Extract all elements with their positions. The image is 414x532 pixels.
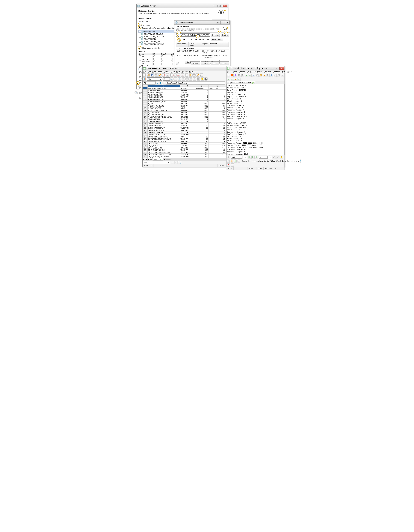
- bookmark-icon[interactable]: [270, 74, 273, 77]
- saveall-icon[interactable]: [238, 74, 241, 77]
- history-icon[interactable]: [231, 163, 234, 167]
- find-input[interactable]: [231, 156, 242, 159]
- equals-icon[interactable]: =: [163, 81, 166, 85]
- help-icon[interactable]: ?: [176, 62, 179, 65]
- save-icon[interactable]: [151, 74, 154, 76]
- finish-button[interactable]: Finish: [211, 61, 219, 65]
- menu-search[interactable]: Search: [239, 71, 245, 73]
- maximize-button[interactable]: ▢: [218, 5, 222, 7]
- table-item[interactable]: SCOTT.CARS_ORACLE: [138, 33, 174, 35]
- close-button[interactable]: ✕: [223, 5, 227, 7]
- x4-icon[interactable]: [238, 160, 240, 163]
- line-toggle[interactable]: Line: [287, 160, 292, 162]
- spell-icon[interactable]: ABC: [173, 74, 177, 76]
- abc-icon[interactable]: ABC✓: [177, 74, 180, 76]
- copy-icon[interactable]: [185, 74, 188, 76]
- files-toggle[interactable]: Files: [270, 160, 275, 162]
- paste-icon[interactable]: [189, 74, 192, 76]
- menu-insert[interactable]: Insert: [158, 71, 162, 73]
- menu-help[interactable]: Help: [288, 71, 292, 73]
- save-icon[interactable]: [234, 74, 237, 77]
- tab-close-icon[interactable]: ×: [252, 82, 254, 84]
- last-sheet-icon[interactable]: ⏭: [150, 158, 153, 161]
- currency-icon[interactable]: [201, 77, 204, 81]
- help-icon-outer[interactable]: ?: [135, 91, 138, 95]
- cancel-button[interactable]: Cancel: [220, 61, 229, 65]
- adapt-toggle[interactable]: Adapt: [258, 160, 263, 162]
- nav-back-icon[interactable]: ◀: [227, 77, 230, 81]
- dot-toggle[interactable]: Dot: [248, 160, 251, 162]
- x3-icon[interactable]: [234, 160, 237, 163]
- nav-home-icon[interactable]: ●: [234, 77, 237, 81]
- status-more[interactable]: ...: [278, 167, 284, 170]
- linenum-icon[interactable]: [277, 74, 280, 77]
- edit-icon[interactable]: [263, 74, 266, 77]
- table-item[interactable]: SCOTT.CARS: [138, 30, 174, 33]
- sheet-tab[interactable]: Sheet1 ✦: [153, 158, 163, 161]
- loop-toggle[interactable]: Loop: [282, 160, 287, 162]
- find-prev-icon[interactable]: ▲: [171, 161, 174, 164]
- pdf-icon[interactable]: PDF: [162, 74, 165, 76]
- minimize-button[interactable]: ─: [213, 5, 218, 7]
- menu-file[interactable]: File: [227, 71, 232, 73]
- replace-history[interactable]: [268, 156, 272, 159]
- wrap-icon[interactable]: [274, 74, 277, 77]
- replace-icon[interactable]: 🖉: [272, 156, 276, 159]
- menu-edit[interactable]: Edit: [148, 71, 151, 73]
- search-icon[interactable]: [227, 156, 230, 159]
- replace-all-icon[interactable]: 🖉: [276, 156, 279, 159]
- table-item[interactable]: SCOTT.CHIEFS_NEWSQL: [138, 43, 174, 45]
- align-justify-icon[interactable]: [193, 77, 196, 81]
- email-icon[interactable]: [154, 74, 158, 76]
- percent-icon[interactable]: %: [204, 77, 208, 81]
- pin-icon[interactable]: [227, 163, 230, 167]
- menu-view[interactable]: View: [282, 71, 286, 73]
- nav-fwd-icon[interactable]: ▶: [231, 77, 234, 81]
- table-item[interactable]: SCOTT.CHIEFS: [138, 38, 174, 40]
- formula-input[interactable]: [166, 81, 225, 85]
- find-history[interactable]: [242, 156, 247, 159]
- invert-toggle[interactable]: Invert: [293, 160, 299, 162]
- align-center-icon[interactable]: [185, 77, 189, 81]
- menu-window[interactable]: Window: [182, 71, 188, 73]
- print-icon[interactable]: [166, 74, 169, 76]
- copy-icon[interactable]: [256, 74, 259, 77]
- maximize-button[interactable]: ▢: [275, 67, 279, 70]
- column-select[interactable]: PRODUCED: [194, 38, 210, 41]
- menu-help[interactable]: Help: [189, 71, 193, 73]
- fontsize-select[interactable]: 10: [163, 77, 170, 81]
- regex-toggle[interactable]: Regex: [242, 160, 248, 162]
- pattern-row[interactable]: SCOTT.CARSPRODUCED\b(\w+):\/\/([\w\.-@]+…: [176, 54, 229, 59]
- menu-extra[interactable]: Extra: [257, 71, 262, 73]
- find-prev-icon[interactable]: [251, 156, 255, 159]
- minimize-button[interactable]: ─: [270, 67, 274, 70]
- cell-ref[interactable]: A1: [143, 81, 155, 85]
- fwd-icon[interactable]: ▶: [249, 74, 251, 77]
- cut-icon[interactable]: [181, 74, 184, 76]
- close-button[interactable]: ✕: [225, 21, 230, 24]
- merge-icon[interactable]: [197, 77, 200, 81]
- prev-sheet-icon[interactable]: ◀: [145, 158, 148, 161]
- table-item[interactable]: SCOTT.CARS_ORACLE1: [138, 35, 174, 38]
- text-editor[interactable]: Table Name: ACARDS Column Name: TOKEN Da…: [226, 84, 285, 155]
- table-item[interactable]: SCOTT.CHIEFS_100: [138, 40, 174, 43]
- menu-convert[interactable]: Convert: [264, 71, 271, 73]
- highlight-icon[interactable]: [280, 156, 283, 159]
- x1-icon[interactable]: [227, 160, 230, 163]
- find-all-icon[interactable]: [255, 156, 258, 159]
- styles-icon[interactable]: [143, 77, 146, 81]
- menu-data[interactable]: Data: [176, 71, 180, 73]
- menu-edit[interactable]: Edit: [233, 71, 237, 73]
- back-button[interactable]: < Back: [191, 61, 200, 65]
- x2-icon[interactable]: [231, 160, 233, 163]
- menu-bar[interactable]: File Edit View Insert Format Tools Data …: [143, 70, 226, 73]
- sum-icon[interactable]: Σ: [159, 81, 163, 85]
- find-icon[interactable]: [267, 74, 270, 77]
- replace-input[interactable]: [259, 156, 267, 159]
- new-icon[interactable]: [227, 74, 230, 77]
- regex-help-icon[interactable]: ?: [300, 160, 301, 163]
- italic-icon[interactable]: A: [174, 77, 177, 81]
- option-row[interactable]: -Basics-: [138, 58, 179, 60]
- bold-icon[interactable]: A: [170, 77, 173, 81]
- block-toggle[interactable]: Block: [276, 160, 281, 162]
